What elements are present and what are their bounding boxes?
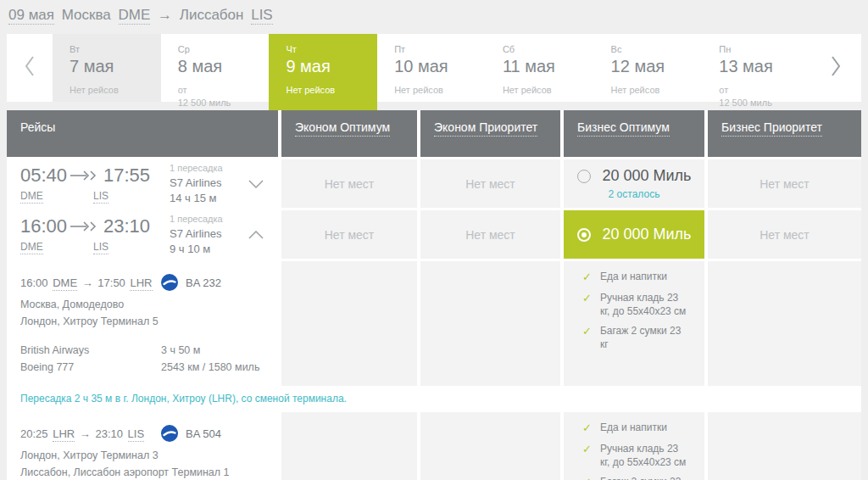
chevron-right-icon	[830, 55, 842, 81]
fare-cell-business-priority: Нет мест	[708, 159, 861, 208]
chevron-down-icon	[248, 176, 264, 192]
segment-arr-code[interactable]: LIS	[128, 427, 145, 442]
date-note: от	[719, 84, 805, 97]
arrival-time: 23:10	[103, 215, 150, 237]
day-of-week: Чт	[286, 44, 372, 54]
empty-cell	[708, 261, 861, 386]
arrival-airport: Лондон, Хитроу Терминал 5	[20, 313, 278, 330]
date-card-12-may[interactable]: Вс 12 мая Нет рейсов	[594, 34, 703, 102]
column-header-econom-priority: Эконом Приоритет	[420, 110, 560, 157]
column-header-flights: Рейсы	[7, 110, 278, 157]
segment-route-arrow: →	[82, 276, 93, 289]
fare-benefits: ✓Еда и напитки ✓Ручная кладь 23 кг, до 5…	[564, 412, 704, 480]
check-icon: ✓	[582, 421, 592, 436]
expand-flight-button[interactable]	[234, 176, 278, 192]
departure-code[interactable]: DME	[20, 241, 43, 254]
segment-arr-time: 23:10	[95, 427, 123, 440]
benefit-label: Багаж 2 сумки 23 кг	[600, 475, 687, 480]
date-card-10-may[interactable]: Пт 10 мая Нет рейсов	[377, 34, 486, 102]
flight-number: BA 504	[186, 427, 221, 440]
title-from-city: Москва	[62, 7, 111, 23]
next-dates-button[interactable]	[810, 34, 861, 102]
flight-meta: 1 пересадка S7 Airlines 9 ч 10 м	[156, 214, 234, 255]
segment-dep-time: 20:25	[20, 427, 48, 440]
table-header-row: Рейсы Эконом Оптимум Эконом Приоритет Би…	[7, 110, 861, 157]
flight-meta: 1 пересадка S7 Airlines 14 ч 15 м	[156, 163, 234, 204]
date-carousel: Вт 7 мая Нет рейсов Ср 8 мая от 12 500 м…	[7, 34, 861, 102]
date-card-13-may[interactable]: Пн 13 мая от 12 500 миль	[702, 34, 810, 102]
fare-cell-business-optimum[interactable]: 20 000 Миль 2 осталось	[564, 159, 704, 208]
segment-details-row: 16:00 DME → 17:50 LHR BA 232 Москва, Дом…	[7, 261, 861, 386]
empty-cell	[281, 261, 417, 386]
date-label: 12 мая	[611, 57, 698, 76]
date-label: 7 мая	[70, 57, 156, 76]
date-price: 12 500 миль	[178, 97, 264, 109]
benefit-label: Ручная кладь 23 кг, до 55x40x23 см	[600, 442, 687, 469]
date-label: 11 мая	[503, 57, 589, 76]
collapse-flight-button[interactable]	[234, 227, 278, 243]
fare-radio-selected[interactable]	[577, 228, 591, 242]
title-route-arrow: →	[158, 7, 172, 23]
flight-times: 05:40 17:55 DME LIS	[20, 165, 156, 204]
fare-cell-econom-optimum: Нет мест	[281, 159, 417, 208]
date-price: 12 500 миль	[719, 97, 805, 109]
empty-cell	[281, 412, 417, 480]
flight-info: 05:40 17:55 DME LIS 1 пересадка S7 Airli…	[7, 159, 278, 208]
departure-time: 05:40	[20, 165, 70, 187]
date-note: Нет рейсов	[286, 84, 372, 97]
fare-cell-econom-priority: Нет мест	[420, 159, 560, 208]
fare-cell-econom-optimum: Нет мест	[281, 210, 417, 259]
day-of-week: Ср	[178, 44, 264, 54]
empty-cell	[708, 412, 861, 480]
arrival-airport: Лиссабон, Лиссабон аэропорт Терминал 1	[20, 464, 278, 480]
segment-details-row: 20:25 LHR → 23:10 LIS BA 504 Лондон, Хит…	[7, 412, 861, 480]
flight-row: 05:40 17:55 DME LIS 1 пересадка S7 Airli…	[7, 159, 861, 208]
route-arrow-icon	[70, 221, 98, 232]
date-card-8-may[interactable]: Ср 8 мая от 12 500 миль	[161, 34, 270, 102]
date-card-7-may[interactable]: Вт 7 мая Нет рейсов	[53, 34, 161, 102]
route-summary: 09 мая Москва DME → Лиссабон LIS	[0, 0, 868, 34]
airline-name: S7 Airlines	[170, 176, 234, 189]
date-card-9-may-selected[interactable]: Чт 9 мая Нет рейсов	[269, 34, 377, 110]
date-label: 8 мая	[178, 57, 264, 76]
segment-arr-code[interactable]: LHR	[130, 276, 152, 291]
title-date[interactable]: 09 мая	[8, 7, 54, 25]
departure-airport: Москва, Домодедово	[20, 296, 278, 313]
british-airways-logo-icon	[161, 425, 178, 442]
departure-code[interactable]: DME	[20, 190, 43, 204]
segment-duration: 3 ч 50 м	[161, 342, 259, 359]
fare-cell-business-priority: Нет мест	[708, 210, 861, 259]
title-from-code[interactable]: DME	[119, 7, 151, 25]
date-label: 9 мая	[286, 57, 372, 76]
date-note: Нет рейсов	[503, 84, 589, 97]
fare-price: 20 000 Миль	[603, 167, 692, 185]
day-of-week: Вт	[70, 44, 156, 54]
column-header-business-priority: Бизнес Приоритет	[708, 110, 861, 157]
check-icon: ✓	[582, 291, 592, 318]
date-label: 10 мая	[394, 57, 481, 76]
arrival-code[interactable]: LIS	[93, 190, 108, 204]
date-note: Нет рейсов	[611, 84, 698, 97]
departure-airport: Лондон, Хитроу Терминал 3	[20, 447, 278, 464]
seats-left-note: 2 осталось	[609, 188, 660, 200]
departure-time: 16:00	[20, 215, 70, 237]
day-of-week: Пт	[394, 44, 481, 54]
arrival-code[interactable]: LIS	[93, 241, 108, 254]
date-card-11-may[interactable]: Сб 11 мая Нет рейсов	[486, 34, 594, 102]
date-note: Нет рейсов	[70, 84, 156, 97]
total-duration: 9 ч 10 м	[170, 243, 234, 255]
title-to-code[interactable]: LIS	[251, 7, 273, 25]
stops-label: 1 пересадка	[170, 163, 234, 173]
check-icon: ✓	[582, 442, 592, 469]
fare-radio[interactable]	[577, 170, 591, 183]
british-airways-logo-icon	[161, 274, 178, 291]
segment-dep-code[interactable]: DME	[53, 276, 77, 291]
fare-price: 20 000 Миль	[603, 226, 692, 243]
segment-dep-code[interactable]: LHR	[53, 427, 75, 442]
fare-cell-business-optimum-selected[interactable]: 20 000 Миль	[564, 210, 704, 259]
segment-2-details: 20:25 LHR → 23:10 LIS BA 504 Лондон, Хит…	[7, 412, 278, 480]
benefit-label: Еда и напитки	[600, 270, 667, 285]
total-duration: 14 ч 15 м	[170, 192, 234, 204]
prev-dates-button[interactable]	[7, 34, 53, 102]
fare-cell-econom-priority: Нет мест	[420, 210, 560, 259]
